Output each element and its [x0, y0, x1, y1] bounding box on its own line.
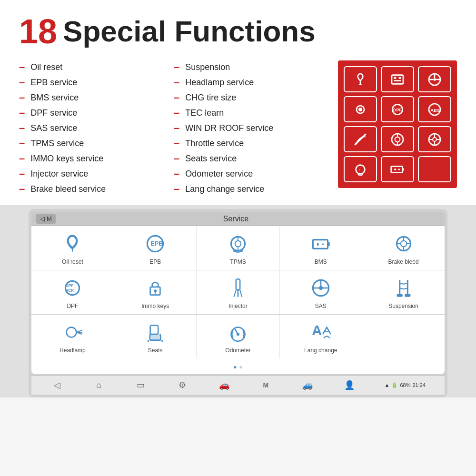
svg-point-67 [67, 327, 77, 337]
feature-label: BMS service [30, 93, 79, 103]
feature-dash: – [19, 123, 25, 133]
feature-item: –Suspension [174, 60, 328, 74]
service-cell-label: Oil reset [62, 258, 83, 265]
feature-dash: – [19, 62, 25, 72]
feature-label: Brake bleed service [30, 184, 106, 194]
service-cell-brake[interactable]: Brake bleed [362, 226, 445, 270]
service-cell-bms[interactable]: BMS [279, 226, 362, 270]
service-cell-label: Odometer [225, 347, 250, 354]
service-cell-label: TPMS [230, 258, 246, 265]
svg-point-36 [235, 241, 241, 247]
svg-rect-29 [403, 168, 404, 170]
service-cell-oil[interactable]: Oil reset [31, 226, 114, 270]
service-cell-empty[interactable] [362, 315, 445, 358]
feature-dash: – [19, 138, 25, 149]
feature-dash: – [174, 77, 179, 88]
service-cell-injector[interactable]: Injector [197, 270, 279, 314]
service-cell-seats[interactable]: Seats [114, 315, 197, 358]
feature-label: TEC learn [185, 108, 224, 118]
service-cell-label: Suspension [388, 303, 418, 309]
grid-icon-wheel [418, 126, 451, 152]
nav-m-icon[interactable]: M [259, 378, 272, 392]
service-cell-dpf[interactable]: DPFSCR DPF [31, 270, 114, 314]
feature-label: Seats service [185, 154, 237, 164]
time-display: 21:24 [412, 382, 426, 388]
feature-col-right: –Suspension–Headlamp service–CHG tire si… [174, 60, 328, 196]
feature-dash: – [174, 62, 179, 72]
service-icon-oil [60, 232, 84, 256]
feature-item: –Injector service [19, 167, 174, 180]
svg-point-21 [433, 138, 436, 141]
service-cell-lang[interactable]: A Lang change [279, 315, 362, 358]
svg-text:A: A [312, 323, 322, 338]
feature-dash: – [19, 108, 25, 118]
svg-rect-28 [391, 166, 403, 172]
back-label: M [47, 215, 52, 222]
svg-rect-4 [394, 80, 401, 81]
feature-label: DPF service [30, 108, 77, 118]
service-icon-empty [392, 324, 416, 347]
service-icon-headlamp [60, 320, 84, 344]
service-icon-injector [226, 276, 250, 300]
feature-item: –Odometer service [174, 167, 328, 180]
feature-item: –Headlamp service [174, 76, 328, 89]
service-cell-immo[interactable]: Immo keys [114, 270, 197, 314]
svg-point-76 [237, 333, 239, 336]
service-cell-label: Headlamp [60, 347, 86, 354]
tablet-status: ▲ 🔋 68% 21:24 [385, 382, 426, 388]
service-cell-label: Brake bleed [388, 258, 419, 265]
grid-icon-tpms: ! [344, 156, 377, 182]
svg-text:SCR: SCR [66, 288, 74, 293]
svg-point-6 [433, 78, 436, 80]
service-icon-odometer [226, 320, 250, 344]
nav-home-icon[interactable]: ⌂ [92, 378, 106, 392]
svg-rect-56 [236, 279, 240, 290]
service-cell-label: DPF [67, 303, 78, 309]
svg-text:!: ! [359, 168, 360, 172]
grid-icon-wiper [344, 126, 377, 152]
nav-recents-icon[interactable]: ▭ [134, 378, 147, 392]
feature-item: –DPF service [19, 106, 174, 119]
service-cell-headlamp[interactable]: Headlamp [31, 315, 114, 358]
grid-icon-gear [344, 96, 377, 122]
nav-car-icon[interactable]: 🚙 [301, 378, 314, 392]
service-cell-label: SAS [315, 303, 327, 309]
nav-vehicle-icon[interactable]: 🚗 [218, 378, 231, 392]
svg-text:ABS: ABS [430, 108, 440, 113]
feature-item: –TPMS service [19, 137, 174, 150]
feature-item: –Oil reset [19, 60, 174, 74]
tablet-screen: ◁ M Service Oil reset EPB EPB TPMS BMS B… [31, 212, 445, 374]
title-row: 18 Special Functions [19, 14, 457, 49]
top-section: 18 Special Functions –Oil reset–EPB serv… [0, 0, 476, 205]
service-cell-odometer[interactable]: Odometer [197, 315, 279, 358]
feature-label: SAS service [30, 123, 77, 133]
svg-rect-65 [397, 294, 403, 297]
nav-settings-icon[interactable]: ⚙ [176, 378, 189, 392]
feature-item: –IMMO keys service [19, 152, 174, 165]
nav-back-icon[interactable]: ◁ [50, 378, 64, 392]
feature-item: –Seats service [174, 152, 328, 165]
feature-label: Oil reset [30, 62, 62, 72]
service-cell-tpms[interactable]: TPMS [197, 226, 279, 270]
service-cell-label: BMS [315, 258, 327, 265]
service-cell-sas[interactable]: SAS [279, 270, 362, 314]
service-icon-dpf: DPFSCR [60, 276, 84, 300]
title-number: 18 [19, 14, 57, 49]
tablet-section: ◁ M Service Oil reset EPB EPB TPMS BMS B… [0, 205, 476, 397]
feature-item: –TEC learn [174, 106, 328, 119]
svg-point-59 [319, 286, 323, 290]
svg-point-45 [400, 241, 407, 247]
nav-person-icon[interactable]: 👤 [343, 378, 356, 392]
service-cell-epb[interactable]: EPB EPB [114, 226, 197, 270]
back-button[interactable]: ◁ M [36, 214, 56, 224]
service-cell-label: Seats [148, 347, 163, 354]
service-icon-tpms [226, 232, 250, 256]
svg-rect-0 [359, 84, 361, 85]
service-icon-suspension [392, 276, 416, 300]
battery-icon: 🔋 [391, 382, 398, 388]
service-cell-suspension[interactable]: Suspension [362, 270, 445, 314]
grid-icon-empty [418, 156, 451, 182]
feature-dash: – [174, 169, 179, 179]
feature-item: –BMS service [19, 91, 174, 104]
grid-icon-battery [381, 156, 414, 182]
